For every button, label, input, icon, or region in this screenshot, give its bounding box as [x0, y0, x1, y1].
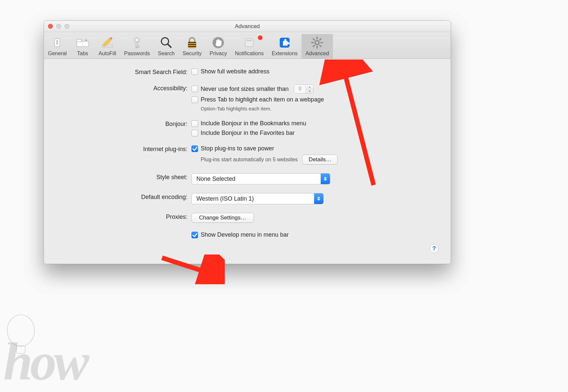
bonjour-favorites-checkbox[interactable]: [191, 130, 198, 137]
svg-line-13: [168, 44, 171, 47]
help-button[interactable]: ?: [429, 244, 439, 253]
plugins-details-button[interactable]: Details…: [302, 155, 338, 165]
min-font-text: Never use font sizes smaller than: [201, 86, 289, 93]
notifications-icon: [241, 35, 257, 50]
encoding-label: Default encoding:: [56, 193, 191, 201]
titlebar: Advanced: [44, 21, 451, 32]
svg-rect-19: [245, 39, 253, 47]
svg-rect-26: [320, 42, 323, 43]
accessibility-hint: Option-Tab highlights each item.: [201, 106, 439, 111]
toolbar-label: Passwords: [124, 51, 150, 57]
extensions-icon: [277, 35, 293, 50]
tabs-icon: +: [75, 35, 91, 50]
svg-rect-28: [312, 45, 315, 47]
tab-autofill[interactable]: AutoFill: [95, 34, 120, 59]
show-develop-text: Show Develop menu in menu bar: [201, 231, 289, 238]
accessibility-label: Accessibility:: [56, 84, 191, 92]
stepper-up-icon[interactable]: ▴: [306, 85, 313, 89]
lock-icon: [184, 35, 200, 50]
tab-highlight-text: Press Tab to highlight each item on a we…: [201, 96, 324, 103]
change-proxies-button[interactable]: Change Settings…: [191, 213, 254, 223]
tab-passwords[interactable]: Passwords: [120, 34, 154, 59]
search-icon: [158, 35, 174, 50]
toolbar-label: General: [48, 51, 67, 57]
tab-notifications[interactable]: Notifications: [231, 34, 267, 59]
autofill-icon: [100, 35, 115, 50]
show-full-url-checkbox[interactable]: [191, 68, 198, 75]
stylesheet-value: None Selected: [196, 176, 235, 182]
plugins-label: Internet plug-ins:: [56, 145, 191, 153]
encoding-value: Western (ISO Latin 1): [196, 195, 254, 202]
watermark-text: how: [3, 338, 87, 385]
toolbar-label: Security: [183, 51, 202, 57]
toolbar-label: Advanced: [305, 51, 329, 57]
bonjour-bookmarks-text: Include Bonjour in the Bookmarks menu: [201, 120, 306, 127]
stylesheet-select[interactable]: None Selected: [191, 173, 330, 184]
min-font-checkbox[interactable]: [191, 86, 198, 92]
window-title: Advanced: [235, 23, 260, 30]
key-icon: [129, 35, 145, 50]
min-font-stepper[interactable]: 9 ▴▾: [294, 84, 314, 94]
tab-privacy[interactable]: Privacy: [206, 34, 231, 59]
maximize-window-icon: [64, 24, 69, 29]
tab-general[interactable]: General: [44, 34, 71, 59]
smart-search-label: Smart Search Field:: [56, 68, 191, 76]
stylesheet-label: Style sheet:: [56, 173, 191, 181]
select-arrows-icon: [314, 193, 323, 204]
stepper-down-icon[interactable]: ▾: [306, 89, 313, 94]
svg-rect-30: [319, 45, 322, 47]
svg-rect-24: [316, 46, 318, 49]
tab-highlight-checkbox[interactable]: [191, 97, 198, 103]
tab-advanced[interactable]: Advanced: [302, 34, 333, 59]
proxies-label: Proxies:: [56, 213, 191, 220]
svg-rect-29: [312, 38, 315, 41]
close-window-icon[interactable]: [48, 24, 53, 29]
tab-tabs[interactable]: + Tabs: [71, 34, 95, 59]
bonjour-bookmarks-checkbox[interactable]: [191, 120, 198, 127]
svg-rect-25: [311, 42, 314, 43]
svg-rect-17: [188, 46, 196, 47]
tab-extensions[interactable]: Extensions: [268, 34, 302, 59]
toolbar-label: Search: [158, 51, 175, 57]
svg-rect-3: [77, 39, 81, 42]
preferences-window: Advanced General + Tabs AutoFill Pas: [44, 20, 451, 264]
advanced-pane: Smart Search Field: Show full website ad…: [44, 59, 451, 264]
notification-badge-icon: [258, 35, 263, 40]
general-icon: [49, 35, 65, 50]
svg-rect-11: [136, 46, 139, 47]
window-controls: [48, 24, 69, 29]
select-arrows-icon: [321, 174, 330, 184]
stop-plugins-checkbox[interactable]: [191, 145, 198, 152]
show-full-url-text: Show full website address: [201, 68, 269, 75]
plugins-hint: Plug-ins start automatically on 5 websit…: [201, 157, 298, 163]
toolbar-label: Privacy: [210, 51, 227, 57]
toolbar-label: Notifications: [235, 51, 264, 57]
preferences-toolbar: General + Tabs AutoFill Passwords Search: [44, 32, 451, 59]
toolbar-label: AutoFill: [99, 51, 116, 57]
svg-rect-16: [188, 44, 196, 45]
toolbar-label: Tabs: [77, 51, 88, 57]
min-font-value: 9: [294, 85, 305, 93]
svg-rect-15: [188, 42, 196, 43]
svg-rect-27: [319, 38, 322, 41]
show-develop-checkbox[interactable]: [191, 232, 198, 238]
toolbar-label: Extensions: [272, 51, 298, 57]
bonjour-favorites-text: Include Bonjour in the Favorites bar: [201, 130, 295, 137]
stop-plugins-text: Stop plug-ins to save power: [201, 145, 274, 152]
svg-rect-1: [56, 40, 58, 45]
minimize-window-icon: [56, 24, 61, 29]
bonjour-label: Bonjour:: [56, 120, 191, 128]
encoding-select[interactable]: Western (ISO Latin 1): [191, 193, 324, 204]
svg-rect-23: [316, 37, 318, 39]
tab-search[interactable]: Search: [154, 34, 179, 59]
hand-icon: [210, 35, 226, 50]
svg-text:+: +: [85, 38, 87, 42]
svg-point-31: [316, 41, 318, 44]
svg-rect-20: [247, 40, 252, 41]
tab-security[interactable]: Security: [179, 34, 206, 59]
gear-icon: [309, 35, 325, 50]
svg-point-9: [136, 39, 138, 41]
